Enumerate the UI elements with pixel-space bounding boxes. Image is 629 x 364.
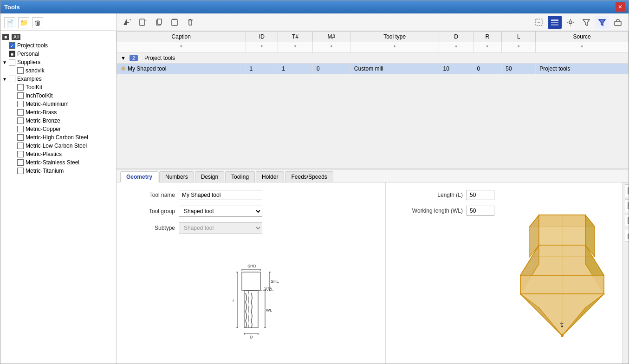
checkbox-inchtoolkit[interactable] (17, 92, 24, 99)
tool-name-row: Tool name (124, 190, 378, 200)
window-title: Tools (4, 4, 20, 11)
sidebar-item-toolkit[interactable]: ToolKit (0, 83, 116, 91)
checkbox-metric-high-carbon[interactable] (17, 134, 24, 141)
right-bottom: Length (L) Working length (WL) (386, 182, 623, 364)
subtype-label: Subtype (124, 225, 175, 231)
form-panel: Tool name Tool group Shaped tool Subtyp (117, 182, 386, 241)
sidebar-item-metric-copper[interactable]: Metric-Copper (0, 125, 116, 133)
filter-r[interactable]: * (473, 42, 502, 53)
filter-l[interactable]: * (502, 42, 536, 53)
open-folder-button[interactable]: 📁 (18, 17, 29, 28)
delete-tool-button[interactable] (183, 16, 197, 29)
svg-text:SHL: SHL (271, 279, 279, 284)
label-metric-brass: Metric-Brass (26, 109, 57, 116)
tab-holder[interactable]: Holder (256, 171, 284, 182)
cell-l: 50 (502, 64, 536, 74)
new-file-button[interactable]: 📄 (4, 17, 15, 28)
sidebar-item-examples[interactable]: ▼ Examples (0, 75, 116, 83)
working-length-input[interactable] (467, 206, 494, 216)
delete-button[interactable]: 🗑 (32, 17, 43, 28)
add-tool-button[interactable]: + (120, 16, 134, 29)
copy-button[interactable] (152, 16, 166, 29)
col-header-caption[interactable]: Caption (117, 32, 246, 42)
filter-source[interactable]: * (536, 42, 629, 53)
col-header-id[interactable]: ID (246, 32, 278, 42)
tab-design[interactable]: Design (195, 171, 224, 182)
toolbox-button[interactable] (611, 16, 625, 29)
checkbox-personal[interactable]: ■ (9, 51, 15, 57)
filter-caption[interactable]: * (117, 42, 246, 53)
checkbox-metric-stainless[interactable] (17, 159, 24, 166)
active-filter-button[interactable] (595, 16, 609, 29)
tool-name-input[interactable] (179, 190, 262, 200)
filter-tooltype[interactable]: * (350, 42, 439, 53)
paste-button[interactable] (168, 16, 182, 29)
group-collapse-icon[interactable]: ▼ (121, 55, 126, 61)
close-button[interactable]: ✕ (616, 2, 625, 12)
checkbox-sandvik[interactable] (17, 67, 24, 74)
sidebar-item-personal[interactable]: ■ Personal (0, 50, 116, 58)
sidebar-item-metric-brass[interactable]: Metric-Brass (0, 108, 116, 117)
subtype-select[interactable]: Shaped tool (179, 222, 262, 234)
col-header-d[interactable]: D (439, 32, 473, 42)
svg-rect-27 (242, 272, 260, 291)
checkbox-metric-bronze[interactable] (17, 117, 24, 124)
sidebar-item-metric-bronze[interactable]: Metric-Bronze (0, 117, 116, 125)
col-header-l[interactable]: L (502, 32, 536, 42)
select-mode-button[interactable] (532, 16, 546, 29)
expand-icon-suppliers: ▼ (2, 60, 9, 65)
view-3d-button[interactable] (625, 229, 629, 242)
tab-tooling[interactable]: Tooling (225, 171, 255, 182)
settings-button[interactable] (564, 16, 577, 29)
svg-rect-7 (189, 20, 192, 25)
svg-rect-68 (628, 217, 629, 224)
tools-window: Tools ✕ 📄 📁 🗑 ■ All ✓ Project tools (0, 0, 629, 364)
checkbox-metric-copper[interactable] (17, 126, 24, 132)
tab-feeds-speeds[interactable]: Feeds/Speeds (285, 171, 333, 182)
col-header-source[interactable]: Source (536, 32, 629, 42)
col-header-mnum[interactable]: M# (312, 32, 350, 42)
sidebar-item-sandvik[interactable]: sandvik (0, 66, 116, 75)
sidebar-item-inchtoolkit[interactable]: InchToolKit (0, 91, 116, 100)
sidebar-item-metric-plastics[interactable]: Metric-Plastics (0, 150, 116, 158)
svg-point-62 (561, 334, 564, 337)
column-view-button[interactable] (548, 16, 562, 29)
filter-mnum[interactable]: * (312, 42, 350, 53)
checkbox-metric-low-carbon[interactable] (17, 143, 24, 149)
view-front-button[interactable] (625, 184, 629, 197)
length-row: Length (L) (393, 190, 494, 200)
sidebar-item-metric-low-carbon[interactable]: Metric-Low Carbon Steel (0, 142, 116, 150)
filter-button[interactable] (579, 16, 593, 29)
tab-numbers[interactable]: Numbers (159, 171, 194, 182)
tab-geometry[interactable]: Geometry (120, 171, 158, 182)
sidebar-item-metric-aluminium[interactable]: Metric-Aluminium (0, 100, 116, 108)
checkbox-metric-aluminium[interactable] (17, 101, 24, 107)
sidebar-item-all[interactable]: ■ All (0, 32, 116, 41)
checkbox-metric-brass[interactable] (17, 109, 24, 116)
length-input[interactable] (467, 190, 494, 200)
checkbox-metric-titanium[interactable] (17, 168, 24, 174)
filter-tnum[interactable]: * (278, 42, 313, 53)
sidebar-item-metric-high-carbon[interactable]: Metric-High Carbon Steel (0, 133, 116, 142)
svg-rect-9 (189, 19, 191, 20)
sidebar-item-project-tools[interactable]: ✓ Project tools (0, 41, 116, 50)
table-row[interactable]: ⚙ My Shaped tool 1 1 0 Custom mill 10 0 … (117, 64, 629, 74)
tool-group-select[interactable]: Shaped tool (179, 206, 262, 217)
label-personal: Personal (17, 51, 39, 57)
col-header-tooltype[interactable]: Tool type (350, 32, 439, 42)
sidebar-item-metric-titanium[interactable]: Metric-Titanium (0, 167, 116, 175)
col-header-r[interactable]: R (473, 32, 502, 42)
view-side-button[interactable] (625, 199, 629, 212)
sidebar-item-suppliers[interactable]: ▼ Suppliers (0, 58, 116, 66)
checkbox-toolkit[interactable] (17, 84, 24, 91)
checkbox-project-tools[interactable]: ✓ (9, 42, 15, 49)
checkbox-suppliers[interactable] (9, 59, 15, 65)
filter-d[interactable]: * (439, 42, 473, 53)
checkbox-examples[interactable] (9, 76, 15, 82)
checkbox-metric-plastics[interactable] (17, 151, 24, 157)
col-header-tnum[interactable]: T# (278, 32, 313, 42)
view-iso-button[interactable] (625, 214, 629, 227)
filter-id[interactable]: * (246, 42, 278, 53)
sidebar-item-metric-stainless[interactable]: Metric-Stainless Steel (0, 158, 116, 167)
add-from-lib-button[interactable]: + (136, 16, 150, 29)
